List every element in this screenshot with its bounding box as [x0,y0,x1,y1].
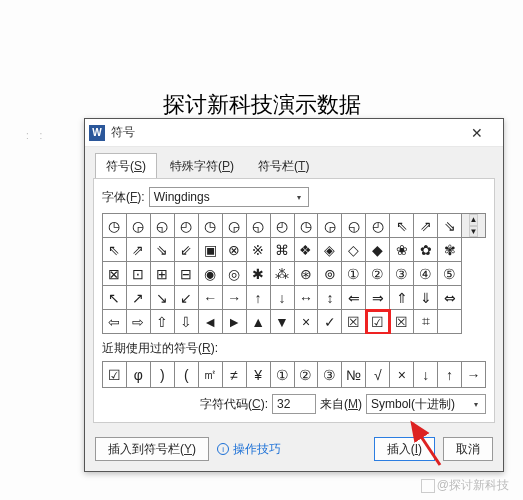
symbol-cell[interactable]: ⇔ [438,286,462,310]
symbol-cell[interactable]: ✾ [438,238,462,262]
symbol-cell[interactable]: ☒ [390,310,414,334]
symbol-cell[interactable]: ⇘ [151,238,175,262]
symbol-cell[interactable]: ► [223,310,247,334]
symbol-cell[interactable]: ⇩ [175,310,199,334]
scroll-down-icon[interactable]: ▼ [469,226,479,238]
symbol-cell[interactable]: ▣ [199,238,223,262]
symbol-cell[interactable]: ⇗ [414,214,438,238]
from-select[interactable]: Symbol(十进制) ▾ [366,394,486,414]
symbol-cell[interactable]: ↘ [151,286,175,310]
symbol-cell[interactable]: ⇒ [366,286,390,310]
symbol-cell[interactable]: ⊚ [318,262,342,286]
symbol-cell[interactable]: ◈ [318,238,342,262]
symbol-cell[interactable]: ⊟ [175,262,199,286]
symbol-cell[interactable]: ① [342,262,366,286]
symbol-cell[interactable]: ✿ [414,238,438,262]
symbol-cell[interactable]: ④ [414,262,438,286]
symbol-cell[interactable]: ← [199,286,223,310]
insert-button[interactable]: 插入(I) [374,437,435,461]
symbol-cell[interactable]: ⌘ [271,238,295,262]
grid-scrollbar[interactable]: ▲▼ [462,214,486,238]
symbol-cell[interactable]: ⇐ [342,286,366,310]
symbol-cell[interactable]: ⊡ [127,262,151,286]
recent-symbol-cell[interactable]: ① [271,362,295,388]
symbol-cell[interactable]: ✱ [247,262,271,286]
symbol-cell[interactable]: ↔ [295,286,319,310]
recent-symbol-cell[interactable]: ☑ [103,362,127,388]
symbol-cell[interactable]: ☑ [366,310,390,334]
close-button[interactable]: ✕ [457,125,497,141]
symbol-cell[interactable]: ⇗ [127,238,151,262]
recent-symbol-cell[interactable]: ≠ [223,362,247,388]
symbol-cell[interactable]: ⇑ [390,286,414,310]
tips-link[interactable]: i 操作技巧 [217,441,281,458]
recent-symbol-cell[interactable]: ¥ [247,362,271,388]
symbol-cell[interactable]: ⊞ [151,262,175,286]
recent-symbol-cell[interactable]: ㎡ [199,362,223,388]
symbol-cell[interactable] [438,310,462,334]
symbol-cell[interactable]: ⌗ [414,310,438,334]
symbol-cell[interactable]: ◷ [295,214,319,238]
symbol-cell[interactable]: ◴ [175,214,199,238]
recent-symbol-cell[interactable]: ) [151,362,175,388]
symbol-cell[interactable]: ◄ [199,310,223,334]
recent-symbol-cell[interactable]: → [462,362,486,388]
symbol-cell[interactable]: ⊠ [103,262,127,286]
symbol-cell[interactable]: ↓ [271,286,295,310]
symbol-cell[interactable]: ❀ [390,238,414,262]
symbol-cell[interactable]: ❖ [295,238,319,262]
symbol-cell[interactable]: ⊗ [223,238,247,262]
symbol-cell[interactable]: ⇓ [414,286,438,310]
scroll-up-icon[interactable]: ▲ [469,214,479,226]
recent-symbol-cell[interactable]: √ [366,362,390,388]
symbol-cell[interactable]: ② [366,262,390,286]
symbol-cell[interactable]: ⇨ [127,310,151,334]
recent-symbol-cell[interactable]: ( [175,362,199,388]
symbol-cell[interactable]: ⇙ [175,238,199,262]
symbol-cell[interactable]: ③ [390,262,414,286]
symbol-cell[interactable]: ⇘ [438,214,462,238]
symbol-cell[interactable]: ◴ [366,214,390,238]
tab-p[interactable]: 特殊字符(P) [159,153,245,178]
symbol-cell[interactable]: ✓ [318,310,342,334]
symbol-cell[interactable]: ◆ [366,238,390,262]
symbol-cell[interactable]: ◶ [318,214,342,238]
recent-symbol-cell[interactable]: ③ [318,362,342,388]
symbol-cell[interactable]: ◷ [103,214,127,238]
recent-symbol-cell[interactable]: ↓ [414,362,438,388]
symbol-cell[interactable]: ※ [247,238,271,262]
symbol-cell[interactable]: ⊛ [295,262,319,286]
symbol-cell[interactable]: ↙ [175,286,199,310]
symbol-cell[interactable]: ◵ [342,214,366,238]
symbol-cell[interactable]: ◇ [342,238,366,262]
recent-symbol-cell[interactable]: φ [127,362,151,388]
symbol-cell[interactable]: ⁂ [271,262,295,286]
symbol-cell[interactable]: ◷ [199,214,223,238]
recent-symbol-cell[interactable]: ② [295,362,319,388]
symbol-cell[interactable]: ◴ [271,214,295,238]
font-select[interactable]: Wingdings ▾ [149,187,309,207]
tab-s[interactable]: 符号(S) [95,153,157,178]
symbol-cell[interactable]: ◶ [223,214,247,238]
recent-symbol-cell[interactable]: № [342,362,366,388]
symbol-cell[interactable]: ⑤ [438,262,462,286]
symbol-cell[interactable]: ↗ [127,286,151,310]
symbol-cell[interactable]: ▼ [271,310,295,334]
symbol-cell[interactable]: ◎ [223,262,247,286]
recent-symbol-cell[interactable]: × [390,362,414,388]
symbol-cell[interactable]: ↑ [247,286,271,310]
symbol-cell[interactable]: ⇦ [103,310,127,334]
cancel-button[interactable]: 取消 [443,437,493,461]
symbol-cell[interactable]: ◶ [127,214,151,238]
tab-t[interactable]: 符号栏(T) [247,153,320,178]
symbol-cell[interactable]: ⇧ [151,310,175,334]
symbol-cell[interactable]: ⇖ [103,238,127,262]
symbol-cell[interactable]: ◉ [199,262,223,286]
symbol-cell[interactable]: ☒ [342,310,366,334]
symbol-cell[interactable]: ↖ [103,286,127,310]
symbol-cell[interactable]: ▲ [247,310,271,334]
symbol-cell[interactable]: → [223,286,247,310]
symbol-cell[interactable]: ◵ [151,214,175,238]
symbol-cell[interactable]: ◵ [247,214,271,238]
symbol-cell[interactable]: × [295,310,319,334]
